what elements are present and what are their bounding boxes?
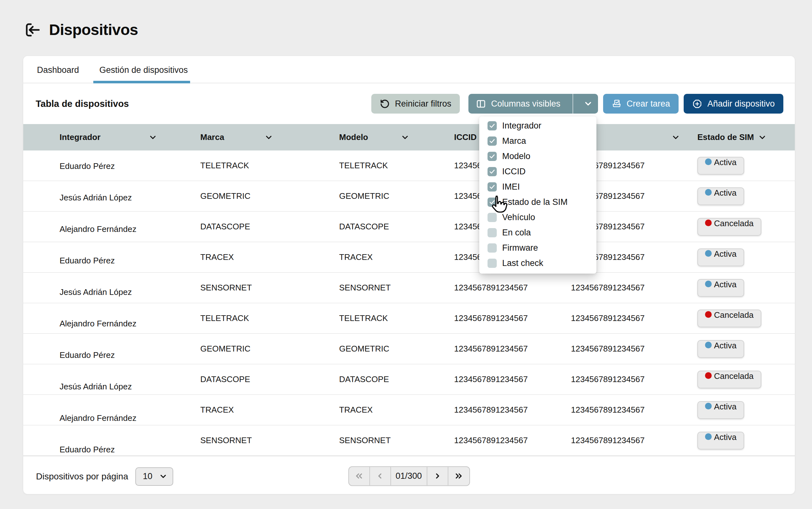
sim-status-label: Activa bbox=[714, 188, 737, 198]
prev-page-button[interactable] bbox=[370, 467, 391, 485]
column-header-integrador[interactable]: Integrador bbox=[60, 132, 200, 142]
sim-status-label: Activa bbox=[714, 249, 737, 259]
cell-marca: SENSORNET bbox=[200, 283, 339, 293]
chevron-down-icon bbox=[758, 133, 767, 142]
cell-imei: 1234567891234567 bbox=[571, 313, 697, 323]
cell-modelo: TELETRACK bbox=[339, 313, 454, 323]
cell-imei: 1234567891234567 bbox=[571, 436, 697, 445]
columns-menu-item[interactable]: En cola bbox=[479, 225, 596, 240]
column-option-label: Integrador bbox=[502, 121, 541, 131]
column-header-estado-sim[interactable]: Estado de SIM bbox=[697, 132, 795, 142]
table-row[interactable]: Jesús Adrián López GEOMETRIC GEOMETRIC 1… bbox=[23, 181, 795, 211]
table-row[interactable]: Alejandro Fernández DATASCOPE DATASCOPE … bbox=[23, 211, 795, 242]
chevron-left-icon bbox=[375, 471, 385, 481]
table-row[interactable]: Jesús Adrián López DATASCOPE DATASCOPE 1… bbox=[23, 364, 795, 395]
columns-menu-item[interactable]: ICCID bbox=[479, 164, 596, 179]
table-row[interactable]: Eduardo Pérez TRACEX TRACEX 123456789123… bbox=[23, 242, 795, 273]
column-checkbox[interactable] bbox=[488, 121, 497, 130]
cell-sim-status: Cancelada bbox=[697, 309, 795, 327]
columns-menu-item[interactable]: IMEI bbox=[479, 179, 596, 194]
sim-status-label: Cancelada bbox=[714, 218, 753, 229]
cell-modelo: GEOMETRIC bbox=[339, 191, 454, 201]
columns-menu-item[interactable]: Firmware bbox=[479, 240, 596, 256]
cell-marca: DATASCOPE bbox=[200, 374, 339, 384]
cell-marca: TELETRACK bbox=[200, 161, 339, 171]
table-body: Eduardo Pérez TELETRACK TELETRACK 123456… bbox=[23, 150, 795, 456]
sim-status-badge: Activa bbox=[697, 279, 744, 297]
reset-filters-label: Reiniciar filtros bbox=[395, 99, 451, 109]
tab-dashboard-label: Dashboard bbox=[37, 65, 79, 75]
columns-menu-item[interactable]: Modelo bbox=[479, 148, 596, 164]
table-row[interactable]: Eduardo Pérez GEOMETRIC GEOMETRIC 123456… bbox=[23, 334, 795, 364]
column-header-marca[interactable]: Marca bbox=[200, 132, 339, 142]
table-row[interactable]: Alejandro Fernández TELETRACK TELETRACK … bbox=[23, 303, 795, 334]
cell-integrador: Jesús Adrián López bbox=[60, 283, 200, 293]
cell-modelo: TRACEX bbox=[339, 405, 454, 415]
column-option-label: ICCID bbox=[502, 167, 526, 176]
cursor-pointer-icon bbox=[490, 195, 508, 215]
create-task-button[interactable]: Crear tarea bbox=[603, 94, 679, 113]
sim-status-badge: Activa bbox=[697, 188, 744, 205]
cell-sim-status: Activa bbox=[697, 279, 795, 297]
status-dot-icon bbox=[705, 159, 712, 165]
cell-integrador: Jesús Adrián López bbox=[60, 191, 200, 201]
per-page-label: Dispositivos por página bbox=[36, 471, 128, 482]
table-row[interactable]: Alejandro Fernández TRACEX TRACEX 123456… bbox=[23, 395, 795, 425]
table-row[interactable]: Eduardo Pérez SENSORNET SENSORNET 123456… bbox=[23, 425, 795, 456]
visible-columns-label: Columnas visibles bbox=[491, 99, 560, 109]
column-header-label: ICCID bbox=[454, 132, 477, 142]
column-checkbox[interactable] bbox=[488, 228, 497, 237]
reset-filters-button[interactable]: Reiniciar filtros bbox=[371, 94, 460, 113]
visible-columns-button[interactable]: Columnas visibles bbox=[468, 94, 598, 113]
column-option-label: Last check bbox=[502, 258, 543, 268]
cell-marca: SENSORNET bbox=[200, 436, 339, 445]
chevron-down-icon[interactable] bbox=[578, 99, 598, 108]
status-dot-icon bbox=[705, 433, 712, 440]
two-columns-icon bbox=[476, 99, 486, 109]
cell-sim-status: Activa bbox=[697, 340, 795, 358]
column-option-label: Marca bbox=[502, 136, 526, 146]
check-icon bbox=[489, 168, 496, 175]
column-checkbox[interactable] bbox=[488, 152, 497, 161]
add-device-label: Añadir dispositivo bbox=[707, 99, 775, 109]
status-dot-icon bbox=[705, 189, 712, 196]
cell-sim-status: Activa bbox=[697, 188, 795, 205]
columns-menu-item[interactable]: Integrador bbox=[479, 118, 596, 133]
last-page-button[interactable] bbox=[448, 467, 469, 485]
rotate-ccw-icon bbox=[380, 99, 390, 109]
columns-menu-item[interactable]: Marca bbox=[479, 133, 596, 148]
sim-status-badge: Cancelada bbox=[697, 218, 761, 236]
per-page-select[interactable]: 10 bbox=[135, 467, 173, 486]
exit-left-arrow-icon[interactable] bbox=[24, 22, 41, 38]
chevrons-left-icon bbox=[354, 471, 364, 481]
cell-sim-status: Activa bbox=[697, 432, 795, 449]
table-row[interactable]: Jesús Adrián López SENSORNET SENSORNET 1… bbox=[23, 273, 795, 303]
cell-modelo: SENSORNET bbox=[339, 436, 454, 445]
column-header-modelo[interactable]: Modelo bbox=[339, 132, 454, 142]
tab-dashboard[interactable]: Dashboard bbox=[33, 65, 83, 83]
check-icon bbox=[489, 153, 496, 160]
sim-status-badge: Activa bbox=[697, 432, 744, 449]
cell-iccid: 1234567891234567 bbox=[454, 283, 571, 293]
chevron-right-icon bbox=[432, 471, 442, 481]
cell-sim-status: Cancelada bbox=[697, 218, 795, 236]
columns-menu-item[interactable]: Last check bbox=[479, 256, 596, 271]
create-task-label: Crear tarea bbox=[627, 99, 670, 109]
table-row[interactable]: Eduardo Pérez TELETRACK TELETRACK 123456… bbox=[23, 150, 795, 181]
cell-iccid: 1234567891234567 bbox=[454, 344, 571, 354]
column-checkbox[interactable] bbox=[488, 167, 497, 176]
column-checkbox[interactable] bbox=[488, 243, 497, 252]
next-page-button[interactable] bbox=[427, 467, 448, 485]
cell-sim-status: Activa bbox=[697, 248, 795, 266]
cell-integrador: Eduardo Pérez bbox=[60, 252, 200, 262]
column-checkbox[interactable] bbox=[488, 136, 497, 146]
add-device-button[interactable]: Añadir dispositivo bbox=[684, 94, 783, 113]
column-checkbox[interactable] bbox=[488, 259, 497, 268]
column-checkbox[interactable] bbox=[488, 182, 497, 192]
section-title: Tabla de dispositivos bbox=[36, 99, 129, 109]
tab-device-management[interactable]: Gestión de dispositivos bbox=[95, 65, 192, 83]
cell-marca: TELETRACK bbox=[200, 313, 339, 323]
cell-imei: 1234567891234567 bbox=[571, 344, 697, 354]
first-page-button[interactable] bbox=[349, 467, 370, 485]
cell-integrador: Eduardo Pérez bbox=[60, 344, 200, 354]
